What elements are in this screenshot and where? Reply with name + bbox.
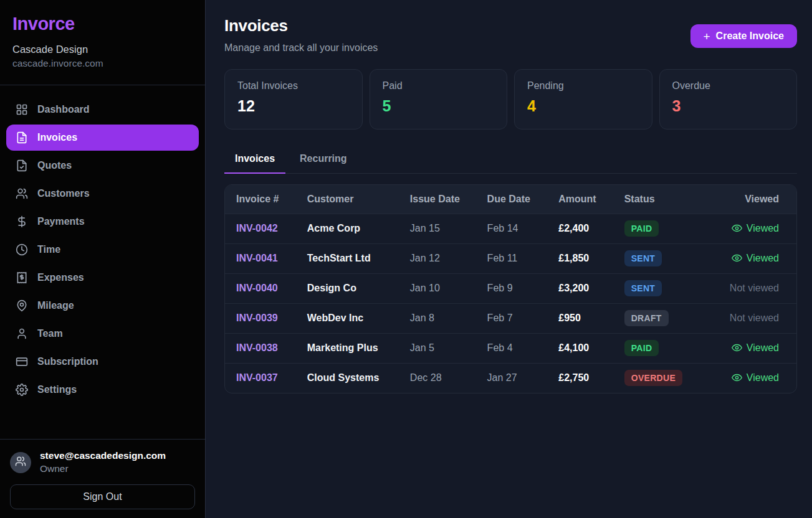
table-row[interactable]: INV-0037 Cloud Systems Dec 28 Jan 27 £2,… <box>225 363 796 393</box>
column-header-viewed: Viewed <box>719 185 796 214</box>
column-header-status: Status <box>619 185 719 214</box>
amount: £2,400 <box>553 214 619 243</box>
due-date: Feb 4 <box>482 333 554 363</box>
receipt-icon <box>16 271 28 284</box>
stat-card-total-invoices: Total Invoices 12 <box>224 69 363 130</box>
table-row[interactable]: INV-0042 Acme Corp Jan 15 Feb 14 £2,400 … <box>225 214 796 243</box>
invoice-number-link[interactable]: INV-0039 <box>225 303 302 333</box>
invoice-number-link[interactable]: INV-0042 <box>225 214 302 243</box>
customer-name: Marketing Plus <box>302 333 405 363</box>
table-header-row: Invoice # Customer Issue Date Due Date A… <box>225 185 796 214</box>
invoices-icon <box>16 131 28 144</box>
quotes-icon <box>16 159 28 172</box>
viewed-status: Not viewed <box>719 273 796 303</box>
person-icon <box>16 327 28 340</box>
payments-icon <box>16 215 28 228</box>
main-content: Invoices Manage and track all your invoi… <box>206 0 812 518</box>
user-info: steve@cascadedesign.com Owner <box>10 450 195 474</box>
sidebar-item-customers[interactable]: Customers <box>6 181 199 207</box>
viewed-label: Viewed <box>747 342 779 353</box>
customer-name: Design Co <box>302 273 405 303</box>
customer-name: Cloud Systems <box>302 363 405 393</box>
page-subtitle: Manage and track all your invoices <box>224 42 378 54</box>
invoice-table: Invoice # Customer Issue Date Due Date A… <box>224 184 797 393</box>
stat-card-pending: Pending 4 <box>514 69 652 130</box>
stat-label: Total Invoices <box>237 80 350 92</box>
eye-icon <box>732 253 742 263</box>
sidebar-item-team[interactable]: Team <box>6 321 199 347</box>
viewed-status: Viewed <box>719 333 796 363</box>
viewed-label: Viewed <box>747 223 779 233</box>
gear-icon <box>16 384 28 396</box>
stat-value: 12 <box>237 97 350 115</box>
invoice-number-link[interactable]: INV-0037 <box>225 363 302 393</box>
due-date: Jan 27 <box>482 363 554 393</box>
sidebar-item-payments[interactable]: Payments <box>6 209 199 235</box>
status-cell: SENT <box>619 243 719 273</box>
issue-date: Jan 15 <box>405 214 482 243</box>
stat-label: Pending <box>527 80 639 92</box>
clock-icon <box>16 243 28 256</box>
sidebar-item-label: Subscription <box>37 356 98 367</box>
due-date: Feb 14 <box>482 214 554 243</box>
sidebar-item-invoices[interactable]: Invoices <box>6 125 199 151</box>
tab-bar: Invoices Recurring <box>224 146 797 174</box>
stat-label: Paid <box>383 80 495 92</box>
sidebar-item-time[interactable]: Time <box>6 237 199 263</box>
sidebar-nav: Dashboard Invoices Quotes Customers Paym… <box>0 85 205 407</box>
sidebar-item-subscription[interactable]: Subscription <box>6 349 199 375</box>
issue-date: Jan 10 <box>405 273 482 303</box>
column-header-due-date: Due Date <box>482 185 554 214</box>
sidebar-item-label: Team <box>37 328 63 339</box>
user-role: Owner <box>40 463 166 474</box>
sidebar-header: Invorce Cascade Design cascade.invorce.c… <box>0 0 205 85</box>
amount: £2,750 <box>553 363 619 393</box>
invoice-number-link[interactable]: INV-0041 <box>225 243 302 273</box>
users-icon <box>15 456 26 469</box>
due-date: Feb 11 <box>482 243 554 273</box>
sidebar-item-dashboard[interactable]: Dashboard <box>6 97 199 123</box>
stats-row: Total Invoices 12 Paid 5 Pending 4 Overd… <box>224 69 797 130</box>
eye-icon <box>732 223 742 233</box>
sidebar-item-label: Payments <box>37 216 85 227</box>
customer-name: WebDev Inc <box>302 303 405 333</box>
viewed-status: Viewed <box>719 363 796 393</box>
stat-label: Overdue <box>672 80 785 92</box>
sidebar-item-mileage[interactable]: Mileage <box>6 293 199 319</box>
issue-date: Dec 28 <box>405 363 482 393</box>
create-invoice-button[interactable]: + Create Invoice <box>690 24 798 48</box>
amount: £1,850 <box>553 243 619 273</box>
due-date: Feb 9 <box>482 273 554 303</box>
company-name: Cascade Design <box>12 44 193 55</box>
status-badge: OVERDUE <box>624 370 682 386</box>
issue-date: Jan 5 <box>405 333 482 363</box>
table-row[interactable]: INV-0039 WebDev Inc Jan 8 Feb 7 £950 DRA… <box>225 303 796 333</box>
table-row[interactable]: INV-0038 Marketing Plus Jan 5 Feb 4 £4,1… <box>225 333 796 363</box>
sidebar-item-settings[interactable]: Settings <box>6 377 199 403</box>
status-badge: DRAFT <box>624 310 669 326</box>
table-row[interactable]: INV-0040 Design Co Jan 10 Feb 9 £3,200 S… <box>225 273 796 303</box>
page-header: Invoices Manage and track all your invoi… <box>224 16 797 54</box>
customer-name: TechStart Ltd <box>302 243 405 273</box>
issue-date: Jan 8 <box>405 303 482 333</box>
create-invoice-label: Create Invoice <box>716 31 784 42</box>
sidebar-item-quotes[interactable]: Quotes <box>6 153 199 179</box>
sidebar-item-expenses[interactable]: Expenses <box>6 265 199 291</box>
status-badge: SENT <box>624 280 662 296</box>
eye-icon <box>732 372 742 383</box>
invoice-number-link[interactable]: INV-0040 <box>225 273 302 303</box>
viewed-status: Viewed <box>719 214 796 243</box>
column-header-issue-date: Issue Date <box>405 185 482 214</box>
stat-value: 4 <box>527 97 639 115</box>
status-badge: PAID <box>624 220 659 237</box>
tab-invoices[interactable]: Invoices <box>224 146 285 174</box>
invoice-number-link[interactable]: INV-0038 <box>225 333 302 363</box>
sidebar-item-label: Mileage <box>37 300 74 311</box>
tab-recurring[interactable]: Recurring <box>289 146 358 174</box>
stat-card-overdue: Overdue 3 <box>659 69 798 130</box>
table-row[interactable]: INV-0041 TechStart Ltd Jan 12 Feb 11 £1,… <box>225 243 796 273</box>
sidebar-item-label: Quotes <box>37 160 72 171</box>
sidebar-item-label: Invoices <box>37 132 77 143</box>
viewed-label: Not viewed <box>730 283 779 293</box>
sign-out-button[interactable]: Sign Out <box>10 484 195 509</box>
